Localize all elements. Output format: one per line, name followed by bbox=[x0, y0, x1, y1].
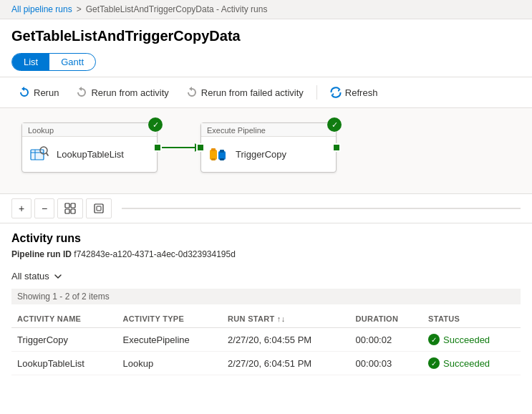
tab-group: List Gantt bbox=[11, 53, 96, 71]
arrow-line bbox=[158, 147, 195, 148]
breadcrumb-current: GetTableListAndTriggerCopyData - Activit… bbox=[86, 4, 268, 14]
section-title: Activity runs bbox=[11, 232, 521, 245]
activity-section: Activity runs Pipeline run ID f742843e-a… bbox=[0, 223, 532, 375]
execute-pipeline-node-check: ✓ bbox=[327, 117, 342, 132]
svg-rect-8 bbox=[220, 150, 224, 153]
svg-rect-10 bbox=[220, 158, 224, 160]
col-activity-name: ACTIVITY NAME bbox=[11, 310, 117, 328]
status-badge: ✓ Succeeded bbox=[428, 334, 515, 345]
svg-rect-9 bbox=[211, 158, 216, 160]
execute-pipeline-node-port-right bbox=[332, 143, 341, 152]
status-text: Succeeded bbox=[443, 334, 490, 345]
cell-duration: 00:00:03 bbox=[350, 352, 422, 375]
toolbar: Rerun Rerun from activity Rerun from fai… bbox=[0, 77, 532, 108]
lookup-icon-svg bbox=[29, 144, 49, 164]
cell-run-start: 2/27/20, 6:04:55 PM bbox=[222, 328, 350, 352]
zoom-in-button[interactable]: + bbox=[11, 198, 32, 218]
breadcrumb: All pipeline runs > GetTableListAndTrigg… bbox=[0, 0, 532, 19]
refresh-icon bbox=[330, 87, 342, 98]
col-status: STATUS bbox=[422, 310, 521, 328]
arrow-connector bbox=[158, 143, 200, 152]
success-icon: ✓ bbox=[428, 334, 440, 345]
svg-line-4 bbox=[47, 153, 48, 155]
activity-runs-table: ACTIVITY NAME ACTIVITY TYPE RUN START ↑↓… bbox=[11, 310, 521, 375]
rerun-icon bbox=[19, 87, 30, 98]
refresh-button[interactable]: Refresh bbox=[323, 83, 385, 102]
tab-list[interactable]: List bbox=[12, 54, 49, 70]
cell-activity-type: ExecutePipeline bbox=[117, 328, 223, 352]
rerun-activity-icon bbox=[76, 87, 87, 98]
cell-activity-name: TriggerCopy bbox=[11, 328, 117, 352]
expand-icon bbox=[93, 203, 105, 214]
execute-pipeline-node-port-left bbox=[196, 143, 205, 152]
pipeline-canvas: Lookup LookupTableList ✓ bbox=[0, 108, 532, 194]
status-filter[interactable]: All status bbox=[11, 266, 62, 286]
breadcrumb-link[interactable]: All pipeline runs bbox=[11, 4, 72, 14]
page-title: GetTableListAndTriggerCopyData bbox=[11, 28, 521, 44]
lookup-node-check: ✓ bbox=[148, 117, 163, 132]
rerun-failed-icon bbox=[186, 87, 198, 98]
svg-rect-14 bbox=[71, 209, 75, 213]
fit-icon bbox=[64, 203, 76, 214]
lookup-node-body: LookupTableList bbox=[22, 137, 157, 171]
svg-rect-15 bbox=[95, 204, 103, 213]
run-id-label: Pipeline run ID bbox=[11, 249, 72, 259]
col-run-start: RUN START ↑↓ bbox=[222, 310, 350, 328]
svg-rect-16 bbox=[97, 206, 101, 211]
page-header: GetTableListAndTriggerCopyData bbox=[0, 19, 532, 50]
col-activity-type: ACTIVITY TYPE bbox=[117, 310, 223, 328]
cell-duration: 00:00:02 bbox=[350, 328, 422, 352]
success-icon: ✓ bbox=[428, 357, 440, 369]
rerun-button[interactable]: Rerun bbox=[11, 83, 66, 102]
canvas-controls: + − bbox=[0, 194, 532, 223]
table-row[interactable]: LookupTableList Lookup 2/27/20, 6:04:51 … bbox=[11, 352, 521, 375]
table-row[interactable]: TriggerCopy ExecutePipeline 2/27/20, 6:0… bbox=[11, 328, 521, 352]
ctrl-divider bbox=[122, 208, 521, 209]
status-text: Succeeded bbox=[443, 358, 490, 369]
execute-pipeline-node-header: Execute Pipeline bbox=[201, 123, 336, 137]
lookup-node-label: LookupTableList bbox=[57, 149, 124, 160]
execute-pipeline-node-body: TriggerCopy bbox=[201, 137, 336, 171]
tab-gantt[interactable]: Gantt bbox=[49, 54, 95, 70]
tab-row: List Gantt bbox=[0, 50, 532, 77]
expand-button[interactable] bbox=[86, 198, 112, 218]
showing-count: Showing 1 - 2 of 2 items bbox=[11, 289, 521, 304]
status-filter-label: All status bbox=[11, 271, 49, 281]
cell-run-start: 2/27/20, 6:04:51 PM bbox=[222, 352, 350, 375]
rerun-from-activity-button[interactable]: Rerun from activity bbox=[69, 83, 175, 102]
breadcrumb-separator: > bbox=[77, 4, 82, 14]
toolbar-separator bbox=[316, 85, 317, 100]
fit-button[interactable] bbox=[57, 198, 83, 218]
canvas-nodes: Lookup LookupTableList ✓ bbox=[21, 122, 511, 173]
svg-rect-12 bbox=[71, 203, 75, 208]
cell-status: ✓ Succeeded bbox=[422, 352, 521, 375]
svg-rect-6 bbox=[211, 148, 216, 151]
lookup-node[interactable]: Lookup LookupTableList ✓ bbox=[21, 122, 158, 173]
status-badge: ✓ Succeeded bbox=[428, 357, 515, 369]
cell-status: ✓ Succeeded bbox=[422, 328, 521, 352]
svg-rect-0 bbox=[31, 150, 44, 160]
rerun-from-failed-button[interactable]: Rerun from failed activity bbox=[179, 83, 311, 102]
lookup-node-icon bbox=[29, 144, 49, 164]
svg-rect-5 bbox=[210, 150, 217, 160]
cell-activity-type: Lookup bbox=[117, 352, 223, 375]
lookup-node-port-right bbox=[153, 143, 162, 152]
execute-pipeline-node-icon bbox=[208, 144, 228, 164]
svg-rect-13 bbox=[65, 209, 69, 213]
col-duration: DURATION bbox=[350, 310, 422, 328]
execute-pipeline-node[interactable]: Execute Pipeline TriggerCopy ✓ bbox=[200, 122, 337, 173]
cell-activity-name: LookupTableList bbox=[11, 352, 117, 375]
execute-pipeline-node-label: TriggerCopy bbox=[236, 149, 286, 160]
svg-rect-11 bbox=[65, 203, 69, 208]
run-id-value: f742843e-a120-4371-a4ec-0d323934195d bbox=[74, 249, 236, 259]
pipeline-run-id: Pipeline run ID f742843e-a120-4371-a4ec-… bbox=[11, 249, 521, 259]
table-header-row: ACTIVITY NAME ACTIVITY TYPE RUN START ↑↓… bbox=[11, 310, 521, 328]
zoom-out-button[interactable]: − bbox=[34, 198, 54, 218]
chevron-down-icon bbox=[54, 272, 62, 281]
lookup-node-header: Lookup bbox=[22, 123, 157, 137]
execute-pipeline-icon-svg bbox=[208, 144, 228, 164]
